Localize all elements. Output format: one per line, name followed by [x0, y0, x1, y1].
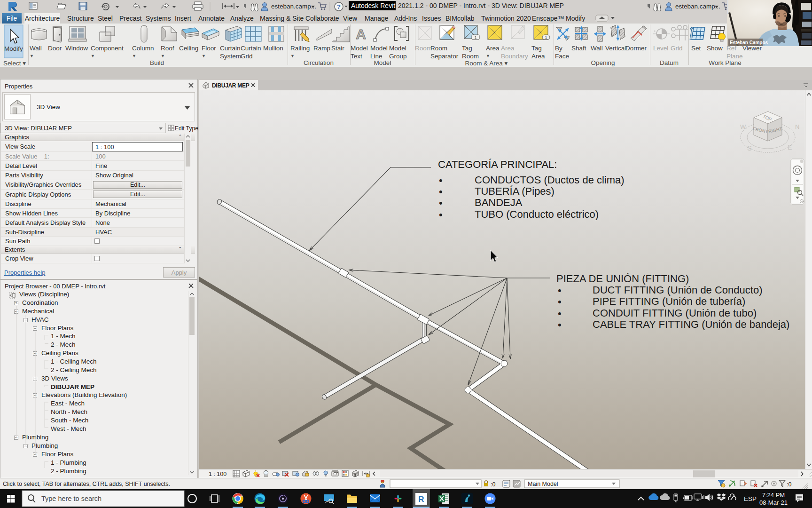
svg-text:Type here to search: Type here to search — [41, 495, 102, 502]
svg-text:Main Model: Main Model — [528, 481, 558, 487]
svg-text:DIBUJAR MEP: DIBUJAR MEP — [212, 82, 250, 89]
svg-text:S: S — [747, 144, 752, 152]
svg-text:1: 1 — [475, 35, 477, 40]
svg-text:Autodesk Revit: Autodesk Revit — [351, 2, 395, 9]
svg-text::0: :0 — [491, 481, 495, 488]
svg-text:ESP: ESP — [744, 495, 757, 502]
svg-text:E: E — [788, 143, 792, 151]
svg-text:W: W — [740, 123, 746, 130]
svg-text:esteban.camp...: esteban.camp... — [675, 3, 720, 10]
svg-text:A: A — [356, 26, 366, 42]
svg-text:N: N — [795, 123, 799, 130]
svg-text:Esteban Campos: Esteban Campos — [730, 40, 768, 45]
svg-text:1 : 100: 1 : 100 — [209, 471, 226, 477]
svg-text:08-Mar-21: 08-Mar-21 — [759, 499, 788, 506]
svg-text:?: ? — [337, 3, 341, 10]
svg-text:1: 1 — [545, 35, 547, 40]
svg-text::0: :0 — [787, 481, 791, 488]
svg-text:R: R — [418, 495, 424, 504]
svg-text:2021.1.2 - 00 DMEP - Intro.rvt: 2021.1.2 - 00 DMEP - Intro.rvt - 3D View… — [398, 2, 564, 9]
svg-text:7:24 PM: 7:24 PM — [762, 492, 785, 499]
svg-text:esteban.camp...: esteban.camp... — [271, 3, 316, 10]
